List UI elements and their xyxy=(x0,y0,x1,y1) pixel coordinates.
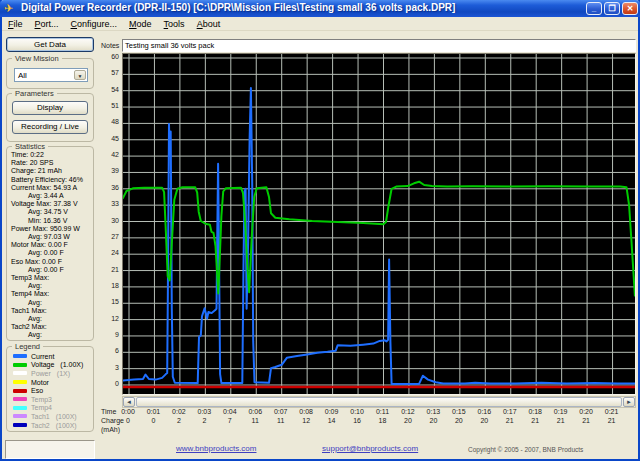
time-tick-label: 0:01 xyxy=(139,408,167,415)
stat-line: Eso Max: 0.00 F xyxy=(11,258,83,266)
y-tick-label: 12 xyxy=(96,315,119,322)
stat-line: Temp4 Max: xyxy=(11,290,83,298)
series-current xyxy=(123,88,635,384)
title-bar[interactable]: ✈ Digital Power Recorder (DPR-II-150) [C… xyxy=(0,0,640,17)
y-tick-label: 18 xyxy=(96,282,119,289)
legend-label: Temp3 xyxy=(31,396,52,403)
time-tick-label: 0:07 xyxy=(267,408,295,415)
time-tick-label: 0:02 xyxy=(165,408,193,415)
voltage-color-swatch xyxy=(13,363,27,367)
legend-group: Legend CurrentVoltage(1.00X)Power(1X)Mot… xyxy=(6,346,94,432)
chart-hscrollbar[interactable]: ◄ ► xyxy=(122,396,636,408)
stat-line: Temp3 Max: xyxy=(11,274,83,282)
menu-item-file[interactable]: File xyxy=(2,17,29,31)
tach1-color-swatch xyxy=(13,414,27,418)
window-frame-left xyxy=(0,0,2,461)
y-tick-label: 27 xyxy=(96,233,119,240)
scroll-left-icon[interactable]: ◄ xyxy=(123,397,135,407)
y-tick-label: 30 xyxy=(96,217,119,224)
legend-item-temp4: Temp4 xyxy=(9,404,83,413)
time-tick-label: 0:16 xyxy=(470,408,498,415)
parameters-caption: Parameters xyxy=(12,89,57,98)
menu-item-mode[interactable]: Mode xyxy=(123,17,158,31)
stat-line: Battery Efficiency: 46% xyxy=(11,176,83,184)
legend-items: CurrentVoltage(1.00X)Power(1X)MotorEsoTe… xyxy=(9,352,83,429)
y-tick-label: 15 xyxy=(96,298,119,305)
legend-item-eso: Eso xyxy=(9,386,83,395)
time-tick-label: 0:10 xyxy=(343,408,371,415)
legend-multiplier: (100X) xyxy=(56,422,77,429)
charge-tick-value: 21 xyxy=(572,417,600,424)
charge-tick-value: 20 xyxy=(470,417,498,424)
chevron-down-icon[interactable]: ▼ xyxy=(74,70,86,80)
notes-input[interactable]: Testing small 36 volts pack xyxy=(122,39,636,52)
y-tick-label: 60 xyxy=(96,53,119,60)
menu-item-configure[interactable]: Configure... xyxy=(65,17,124,31)
app-window: ✈ Digital Power Recorder (DPR-II-150) [C… xyxy=(0,0,640,461)
time-tick-label: 0:21 xyxy=(598,408,626,415)
stat-line: Avg: xyxy=(11,282,83,290)
charge-tick-value: 7 xyxy=(216,417,244,424)
y-tick-label: 51 xyxy=(96,102,119,109)
tach2-color-swatch xyxy=(13,423,27,427)
mission-select[interactable]: All ▼ xyxy=(14,68,88,82)
legend-label: Tach1 xyxy=(31,413,50,420)
legend-label: Tach2 xyxy=(31,422,50,429)
stat-line: Avg: xyxy=(11,299,83,307)
menu-item-about[interactable]: About xyxy=(191,17,227,31)
charge-tick-value: 0 xyxy=(114,417,142,424)
mission-select-value: All xyxy=(18,71,27,80)
display-button[interactable]: Display xyxy=(12,101,88,115)
stat-line: Avg: xyxy=(11,315,83,323)
legend-item-power: Power(1X) xyxy=(9,369,83,378)
app-icon: ✈ xyxy=(4,1,18,15)
menu-item-tools[interactable]: Tools xyxy=(158,17,191,31)
support-email-link[interactable]: support@bnbproducts.com xyxy=(322,444,418,453)
y-tick-label: 3 xyxy=(96,364,119,371)
charge-tick-value: 20 xyxy=(445,417,473,424)
get-data-button[interactable]: Get Data xyxy=(6,37,94,52)
charge-tick-value: 20 xyxy=(394,417,422,424)
time-tick-label: 0:17 xyxy=(496,408,524,415)
y-tick-label: 24 xyxy=(96,249,119,256)
charge-tick-value: 12 xyxy=(292,417,320,424)
y-tick-label: 57 xyxy=(96,69,119,76)
eso-color-swatch xyxy=(13,389,27,393)
statistics-lines: Time: 0:22Rate: 20 SPSCharge: 21 mAhBatt… xyxy=(11,151,83,340)
charge-tick-value: 11 xyxy=(241,417,269,424)
stat-line: Tach2 Max: xyxy=(11,323,83,331)
website-link[interactable]: www.bnbproducts.com xyxy=(176,444,256,453)
series-voltage xyxy=(123,182,635,296)
y-tick-label: 0 xyxy=(96,380,119,387)
temp3-color-swatch xyxy=(13,397,27,401)
time-tick-label: 0:18 xyxy=(521,408,549,415)
stat-line: Power Max: 950.99 W xyxy=(11,225,83,233)
scrollbar-thumb[interactable] xyxy=(136,397,622,407)
status-box xyxy=(5,440,95,459)
chart-plot xyxy=(122,53,636,395)
legend-item-tach2: Tach2(100X) xyxy=(9,421,83,430)
legend-item-current: Current xyxy=(9,352,83,361)
legend-multiplier: (1X) xyxy=(57,370,70,377)
legend-multiplier: (1.00X) xyxy=(60,361,83,368)
statistics-caption: Statistics xyxy=(12,142,48,151)
stat-line: Motor Max: 0.00 F xyxy=(11,241,83,249)
charge-tick-value: 20 xyxy=(419,417,447,424)
charge-tick-value: 11 xyxy=(267,417,295,424)
maximize-button[interactable]: ❐ xyxy=(604,2,620,15)
legend-caption: Legend xyxy=(12,342,43,351)
scroll-right-icon[interactable]: ► xyxy=(623,397,635,407)
close-button[interactable]: ✕ xyxy=(622,2,638,15)
minimize-button[interactable]: _ xyxy=(586,2,602,15)
time-tick-label: 0:03 xyxy=(190,408,218,415)
time-tick-label: 0:19 xyxy=(547,408,575,415)
time-tick-label: 0:15 xyxy=(445,408,473,415)
legend-label: Power xyxy=(31,370,51,377)
time-tick-label: 0:20 xyxy=(572,408,600,415)
stat-line: Avg: 0.00 F xyxy=(11,266,83,274)
menu-item-port[interactable]: Port... xyxy=(29,17,65,31)
charge-tick-value: 21 xyxy=(547,417,575,424)
recording-live-button[interactable]: Recording / Live xyxy=(12,120,88,134)
stat-line: Avg: 34.75 V xyxy=(11,208,83,216)
window-title: Digital Power Recorder (DPR-II-150) [C:\… xyxy=(21,2,576,13)
